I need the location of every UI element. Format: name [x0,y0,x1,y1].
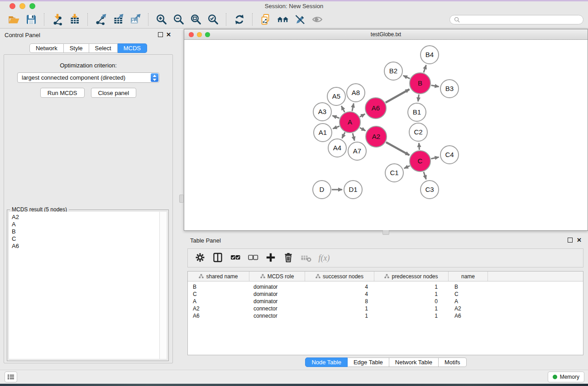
node-A7[interactable]: A7 [348,142,366,160]
edge-A-A4[interactable] [342,132,345,138]
node-A4[interactable]: A4 [328,139,346,157]
result-scrollbar[interactable] [159,212,167,359]
node-C3[interactable]: C3 [421,181,439,199]
add-column-button[interactable] [263,251,278,265]
table-row[interactable]: A6connector11A6 [188,312,583,319]
node-A2[interactable]: A2 [366,126,387,147]
column-header-MCDS-role[interactable]: MCDS role [249,272,305,281]
close-panel-button[interactable]: Close panel [91,88,137,98]
tab-style[interactable]: Style [64,43,89,53]
table-row[interactable]: A2connector11A2 [188,305,583,312]
tab-mcds[interactable]: MCDS [118,43,147,53]
import-network-button[interactable] [49,12,66,27]
panel-divider-grip-horizontal[interactable] [382,230,389,235]
edge-A-A5[interactable] [341,106,344,112]
edge-B-B1[interactable] [418,95,419,101]
node-A3[interactable]: A3 [313,103,331,121]
tab-select[interactable]: Select [89,43,118,53]
node-B3[interactable]: B3 [440,80,459,98]
node-A1[interactable]: A1 [314,124,332,142]
tab-motifs[interactable]: Motifs [439,357,467,367]
node-C[interactable]: C [410,151,430,172]
tab-node-table[interactable]: Node Table [305,357,348,367]
delete-table-button[interactable] [298,251,313,265]
edge-A-A6[interactable] [360,114,365,117]
table-settings-button[interactable] [192,251,207,265]
import-table-button[interactable] [66,12,83,27]
node-A[interactable]: A [339,112,360,133]
node-B1[interactable]: B1 [408,103,426,121]
select-all-button[interactable] [228,251,243,265]
network-window-titlebar[interactable]: testGlobe.txt [184,29,588,40]
table-row[interactable]: Cdominator41C [188,291,583,298]
node-C2[interactable]: C2 [409,123,427,141]
memory-button[interactable]: Memory [548,372,584,382]
edge-B-B4[interactable] [424,65,426,73]
search-input[interactable] [462,16,579,23]
node-C1[interactable]: C1 [385,164,403,182]
control-panel-close-button[interactable]: ✕ [166,32,171,37]
function-builder-button[interactable]: f(x) [316,251,331,265]
table-panel-close-button[interactable]: ✕ [577,238,582,243]
run-mcds-button[interactable]: Run MCDS [40,88,85,98]
table-row[interactable]: Bdominator41B [188,283,583,291]
delete-columns-button[interactable] [281,251,296,265]
panel-divider-grip-vertical[interactable] [179,195,184,203]
edge-C-C4[interactable] [431,157,439,159]
edge-B-B2[interactable] [403,76,410,79]
edge-A-A8[interactable] [352,104,354,111]
node-B4[interactable]: B4 [421,46,439,64]
zoom-in-button[interactable] [153,12,170,27]
edge-A-A3[interactable] [333,116,339,119]
edge-A2-C[interactable] [386,142,410,155]
zoom-selected-button[interactable] [205,12,222,27]
show-graphics-details-button[interactable] [309,12,326,27]
save-session-button[interactable] [23,12,40,27]
network-canvas[interactable]: B4B2BB3A8A5A6A3B1AC2A1A2A4A7C4CC1C3DD1 [184,40,588,230]
apply-layout-button[interactable] [231,12,248,27]
mcds-result-list[interactable]: A2ABCA6 [9,212,167,359]
edge-A-A1[interactable] [333,126,339,129]
tab-network[interactable]: Network [29,43,64,53]
export-network-button[interactable] [92,12,110,27]
result-list-item[interactable]: C [12,235,167,243]
node-B[interactable]: B [410,73,430,94]
node-D[interactable]: D [313,181,331,199]
column-header-shared-name[interactable]: shared name [188,272,249,281]
result-list-item[interactable]: B [12,228,167,235]
column-header-successor-nodes[interactable]: successor nodes [305,272,374,281]
tab-edge-table[interactable]: Edge Table [348,357,389,367]
first-neighbors-button[interactable] [274,12,292,27]
node-A5[interactable]: A5 [327,87,345,105]
criterion-select[interactable]: largest connected component (directed) [17,72,159,83]
result-list-item[interactable]: A6 [12,243,167,250]
deselect-all-button[interactable] [245,251,260,265]
node-C4[interactable]: C4 [440,146,459,164]
tab-network-table[interactable]: Network Table [389,357,439,367]
edge-B-B3[interactable] [431,86,439,87]
edge-A-A2[interactable] [360,128,366,131]
node-B2[interactable]: B2 [384,62,402,80]
zoom-out-button[interactable] [170,12,187,27]
clone-network-button[interactable] [257,12,274,27]
column-header-name[interactable]: name [449,272,488,281]
toggle-column-panel-button[interactable] [210,251,225,265]
open-session-button[interactable] [5,12,23,27]
edge-A6-B[interactable] [386,89,410,103]
result-list-item[interactable]: A2 [12,214,167,221]
node-A6[interactable]: A6 [365,98,386,119]
task-history-button[interactable] [5,372,17,382]
hide-annotations-button[interactable] [292,12,309,27]
table-row[interactable]: Adominator80A [188,298,583,305]
table-panel-float-button[interactable] [568,238,573,243]
search-field[interactable] [449,15,583,24]
edge-A-A7[interactable] [353,133,354,140]
edge-C-C2[interactable] [419,143,420,150]
column-header-predecessor-nodes[interactable]: predecessor nodes [374,272,449,281]
node-A8[interactable]: A8 [347,84,365,102]
edge-C-C3[interactable] [424,172,426,180]
zoom-fit-button[interactable] [187,12,205,27]
edge-C-C1[interactable] [404,166,410,168]
node-D1[interactable]: D1 [344,181,362,199]
export-table-button[interactable] [110,12,127,27]
